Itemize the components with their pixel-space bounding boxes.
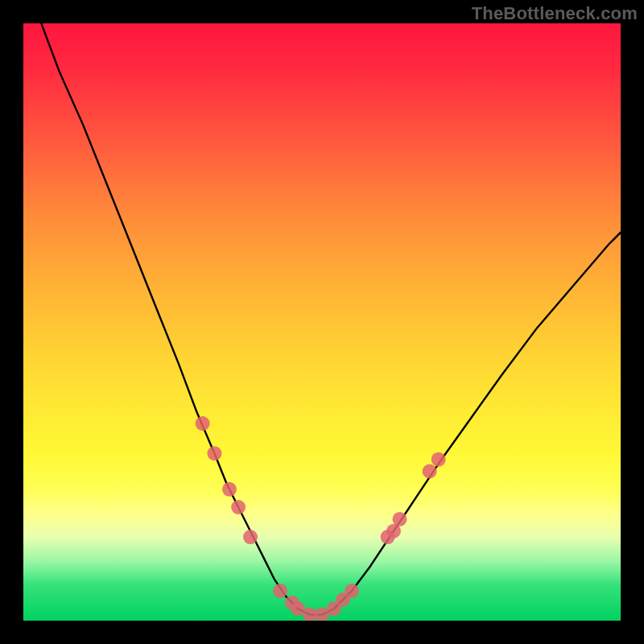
marker-dot bbox=[196, 416, 210, 431]
marker-dot bbox=[273, 584, 287, 598]
marker-dot bbox=[231, 500, 246, 514]
watermark-text: TheBottleneck.com bbox=[472, 3, 638, 24]
marker-dot bbox=[243, 530, 258, 544]
marker-dot bbox=[345, 584, 359, 598]
marker-dot bbox=[393, 512, 407, 526]
marker-dot bbox=[222, 482, 237, 497]
marker-dot bbox=[423, 464, 437, 479]
marker-dot bbox=[207, 446, 221, 460]
highlight-markers bbox=[196, 416, 446, 621]
marker-dot bbox=[431, 452, 446, 467]
chart-svg bbox=[23, 23, 621, 621]
bottleneck-curve bbox=[41, 23, 621, 615]
